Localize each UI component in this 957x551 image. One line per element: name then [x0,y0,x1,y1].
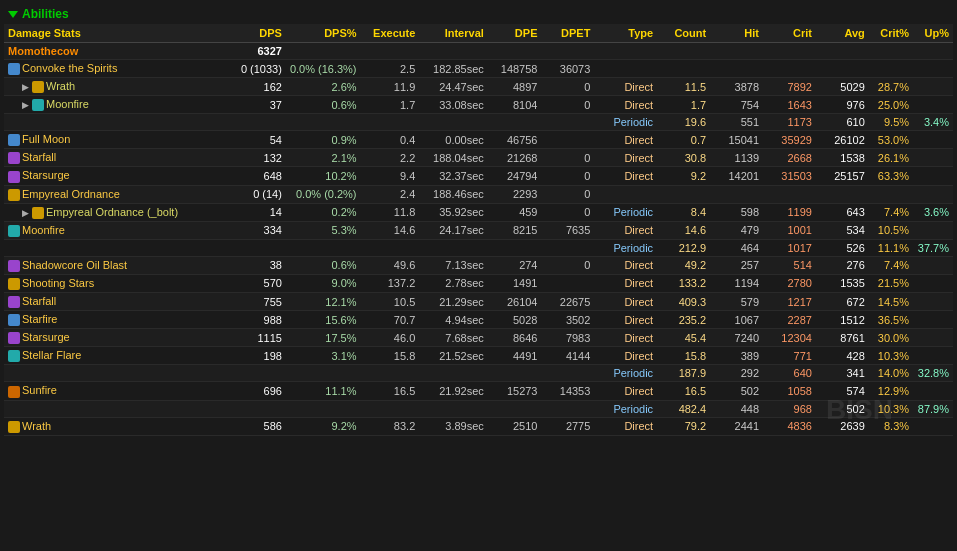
row-dpe: 15273 [488,382,542,400]
col-header-type: Type [594,24,657,43]
row-count: 19.6 [657,114,710,131]
row-type: Periodic [594,365,657,382]
row-avg: 276 [816,256,869,274]
row-dpet [541,131,594,149]
ability-icon [8,152,20,164]
row-dpspct: 3.1% [286,347,361,365]
row-name: ▶Empyreal Ordnance (_bolt) [4,203,227,221]
row-hit [710,60,763,78]
row-dpet: 7635 [541,221,594,239]
row-count: 212.9 [657,239,710,256]
row-avg: 8761 [816,329,869,347]
row-crit: 7892 [763,78,816,96]
col-header-dps: DPS [227,24,286,43]
row-dpe: 2510 [488,417,542,435]
row-count: 9.2 [657,167,710,185]
row-avg: 341 [816,365,869,382]
row-type: Periodic [594,239,657,256]
row-execute: 11.8 [361,203,420,221]
row-interval: 33.08sec [419,96,488,114]
row-uppct: 37.7% [913,239,953,256]
row-dpet: 36073 [541,60,594,78]
row-dpet [541,365,594,382]
col-header-count: Count [657,24,710,43]
row-dps [227,365,286,382]
collapse-icon[interactable] [8,11,18,18]
row-hit: 7240 [710,329,763,347]
table-row: Moonfire3345.3%14.624.17sec82157635Direc… [4,221,953,239]
row-avg: 526 [816,239,869,256]
ability-icon [8,189,20,201]
row-critpct: 10.3% [869,347,913,365]
row-dps: 38 [227,256,286,274]
expand-icon[interactable]: ▶ [22,208,30,218]
row-critpct: 30.0% [869,329,913,347]
row-crit: 968 [763,400,816,417]
row-interval: 3.89sec [419,417,488,435]
row-dps: 162 [227,78,286,96]
row-avg: 574 [816,382,869,400]
row-dpspct: 11.1% [286,382,361,400]
expand-icon[interactable]: ▶ [22,100,30,110]
row-hit: 3878 [710,78,763,96]
row-count: 49.2 [657,256,710,274]
row-crit: 2668 [763,149,816,167]
row-dpspct: 0.9% [286,131,361,149]
row-type [594,185,657,203]
row-name: Stellar Flare [4,347,227,365]
row-crit: 12304 [763,329,816,347]
row-count: 30.8 [657,149,710,167]
row-avg: 610 [816,114,869,131]
row-uppct [913,185,953,203]
row-execute: 49.6 [361,256,420,274]
ability-icon [8,63,20,75]
row-avg: 2639 [816,417,869,435]
row-count: 235.2 [657,311,710,329]
row-uppct [913,149,953,167]
row-execute: 15.8 [361,347,420,365]
ability-icon [8,386,20,398]
ability-icon [8,332,20,344]
row-name: ▶Moonfire [4,96,227,114]
row-interval: 24.47sec [419,78,488,96]
row-interval: 35.92sec [419,203,488,221]
table-row: ▶Moonfire370.6%1.733.08sec81040Direct1.7… [4,96,953,114]
row-hit: 257 [710,256,763,274]
row-name: Shooting Stars [4,274,227,292]
col-header-critpct: Crit% [869,24,913,43]
ability-name: Sunfire [22,384,57,396]
row-dpet: 0 [541,96,594,114]
row-count: 45.4 [657,329,710,347]
table-row: Starsurge64810.2%9.432.37sec247940Direct… [4,167,953,185]
row-dps: 132 [227,149,286,167]
table-row: Periodic482.444896850210.3%87.9% [4,400,953,417]
row-type: Periodic [594,203,657,221]
row-execute: 70.7 [361,311,420,329]
ability-name: Starfall [22,295,56,307]
player-name: Momothecow [4,43,227,60]
row-name: Empyreal Ordnance [4,185,227,203]
ability-name: Starfall [22,151,56,163]
table-row: Starsurge111517.5%46.07.68sec86467983Dir… [4,329,953,347]
row-name: Moonfire [4,221,227,239]
row-avg: 672 [816,293,869,311]
row-dpe: 8215 [488,221,542,239]
row-type: Direct [594,293,657,311]
row-count: 14.6 [657,221,710,239]
row-dps: 0 (1033) [227,60,286,78]
row-dpet: 0 [541,256,594,274]
row-dps [227,114,286,131]
ability-name: Stellar Flare [22,349,81,361]
ability-name: Shooting Stars [22,277,94,289]
row-name: Starfire [4,311,227,329]
ability-name: Shadowcore Oil Blast [22,259,127,271]
ability-name: Starfire [22,313,57,325]
row-dps: 648 [227,167,286,185]
row-crit: 1001 [763,221,816,239]
row-uppct [913,221,953,239]
row-execute: 10.5 [361,293,420,311]
row-critpct [869,60,913,78]
expand-icon[interactable]: ▶ [22,82,30,92]
table-row: Shadowcore Oil Blast380.6%49.67.13sec274… [4,256,953,274]
row-dpe: 5028 [488,311,542,329]
